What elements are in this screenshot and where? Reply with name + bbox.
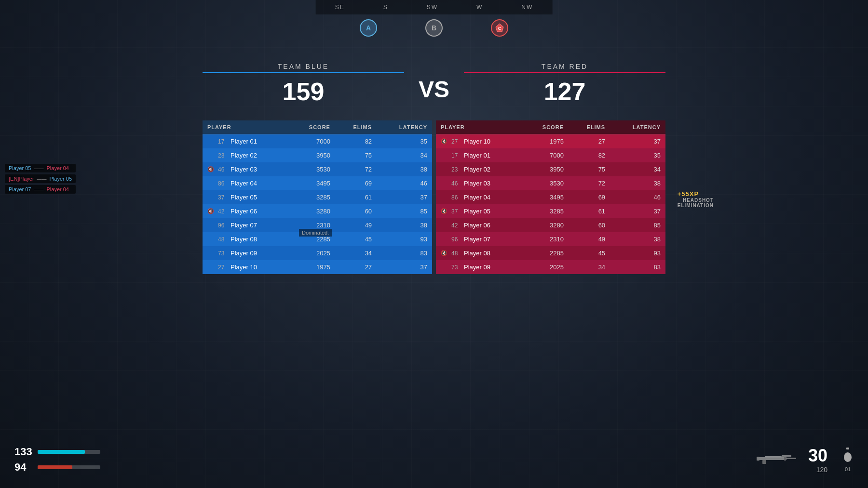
- svg-rect-5: [757, 457, 760, 461]
- grenade-icon: 01: [842, 448, 854, 472]
- blue-player-row: 86 Player 04 3495 69 46: [203, 176, 432, 190]
- player-name: Player 01: [464, 152, 490, 159]
- red-score-cell: 3530: [523, 176, 569, 190]
- player-num: 27: [218, 264, 228, 271]
- player-name: Player 10: [231, 264, 257, 271]
- player-name: Player 05: [464, 208, 490, 215]
- red-elims-cell: 61: [569, 204, 610, 218]
- blue-score-cell: 3950: [290, 148, 335, 162]
- red-player-cell: 96 Player 07: [436, 232, 523, 246]
- compass-bar: SE S SW W NW: [316, 0, 553, 14]
- killfeed-item: Player 07 —— Player 04: [5, 185, 76, 194]
- player-name: Player 04: [464, 194, 490, 201]
- blue-player-row: 🔇 46 Player 03 3530 72 38: [203, 162, 432, 176]
- red-latency-cell: 37: [610, 134, 665, 149]
- red-latency-cell: 83: [610, 260, 665, 274]
- red-latency-cell: 35: [610, 148, 665, 162]
- armor-bar-fill: [38, 465, 72, 469]
- blue-score-cell: 3495: [290, 176, 335, 190]
- player-num: 17: [451, 152, 461, 159]
- weapon-icon-area: [755, 451, 799, 468]
- red-elims-cell: 82: [569, 148, 610, 162]
- red-latency-cell: 38: [610, 176, 665, 190]
- red-player-cell: 42 Player 06: [436, 218, 523, 232]
- compass-sw: SW: [427, 4, 438, 11]
- svg-point-9: [844, 452, 852, 462]
- blue-col-elims: ELIMS: [335, 120, 377, 134]
- player-num: 48: [451, 250, 461, 257]
- team-red-label: TEAM RED: [464, 63, 665, 70]
- red-player-row: 46 Player 03 3530 72 38: [436, 176, 665, 190]
- compass-w: W: [476, 4, 483, 11]
- objective-a: A: [360, 19, 377, 37]
- blue-player-row: 🔇 42 Player 06 3280 60 85: [203, 204, 432, 218]
- blue-score-cell: 3285: [290, 190, 335, 204]
- xp-notification: +55XP HEADSHOTELIMINATION: [678, 190, 714, 208]
- red-latency-cell: 38: [610, 232, 665, 246]
- armor-value: 94: [14, 461, 34, 474]
- player-name: Player 01: [231, 138, 257, 145]
- red-player-cell: 🔇 48 Player 08: [436, 246, 523, 260]
- red-score-cell: 3950: [523, 162, 569, 176]
- blue-latency-cell: 37: [377, 260, 432, 274]
- xp-amount: +55XP: [678, 190, 714, 198]
- armor-bar-bg: [38, 465, 100, 469]
- scoreboard: TEAM BLUE 159 VS TEAM RED 127 PLAYER SCO…: [203, 63, 665, 274]
- team-blue-underline: [203, 72, 404, 73]
- red-col-elims: ELIMS: [569, 120, 610, 134]
- blue-score-cell: 1975: [290, 260, 335, 274]
- player-name: Player 06: [464, 222, 490, 229]
- team-blue-score: 159: [203, 77, 404, 106]
- red-player-row: 73 Player 09 2025 34 83: [436, 260, 665, 274]
- xp-reason: HEADSHOTELIMINATION: [678, 198, 714, 208]
- player-name: Player 03: [464, 180, 490, 187]
- red-player-cell: 23 Player 02: [436, 162, 523, 176]
- player-num: 37: [218, 194, 228, 201]
- red-player-row: 96 Player 07 2310 49 38: [436, 232, 665, 246]
- kf-victim-3: Player 04: [46, 186, 68, 192]
- red-player-cell: 46 Player 03: [436, 176, 523, 190]
- red-latency-cell: 37: [610, 204, 665, 218]
- red-latency-cell: 46: [610, 190, 665, 204]
- red-score-cell: 1975: [523, 134, 569, 149]
- blue-player-row: 23 Player 02 3950 75 34: [203, 148, 432, 162]
- blue-elims-cell: 60: [335, 204, 377, 218]
- player-name: Player 05: [231, 194, 257, 201]
- red-player-row: 🔇 27 Player 10 1975 27 37: [436, 134, 665, 149]
- mute-icon: 🔇: [441, 138, 448, 145]
- mute-icon: 🔇: [207, 166, 215, 172]
- blue-col-latency: LATENCY: [377, 120, 432, 134]
- red-player-cell: 73 Player 09: [436, 260, 523, 274]
- player-num: 42: [218, 208, 228, 215]
- blue-score-cell: 3280: [290, 204, 335, 218]
- vs-label: VS: [404, 66, 464, 103]
- player-name: Player 09: [231, 250, 257, 257]
- red-player-cell: 86 Player 04: [436, 190, 523, 204]
- red-elims-cell: 69: [569, 190, 610, 204]
- kf-gun-1: ——: [34, 166, 43, 171]
- blue-player-row: 37 Player 05 3285 61 37: [203, 190, 432, 204]
- team-red-header: TEAM RED 127: [464, 63, 665, 106]
- red-score-cell: 3285: [523, 204, 569, 218]
- red-team-table: PLAYER SCORE ELIMS LATENCY 🔇 27 Player 1…: [436, 120, 665, 274]
- blue-elims-cell: 45: [335, 232, 377, 246]
- svg-rect-8: [846, 448, 849, 449]
- blue-col-player: PLAYER: [203, 120, 290, 134]
- red-elims-cell: 34: [569, 260, 610, 274]
- mute-icon: 🔇: [207, 208, 215, 214]
- player-name: Player 06: [231, 208, 257, 215]
- red-player-cell: 17 Player 01: [436, 148, 523, 162]
- player-num: 48: [218, 236, 228, 243]
- player-num: 96: [218, 222, 228, 229]
- blue-table-header: PLAYER SCORE ELIMS LATENCY: [203, 120, 432, 134]
- blue-latency-cell: 46: [377, 176, 432, 190]
- player-num: 42: [451, 222, 461, 229]
- red-player-cell: 🔇 37 Player 05: [436, 204, 523, 218]
- player-name: Player 02: [464, 166, 490, 173]
- blue-player-cell: 48 Player 08: [203, 232, 290, 246]
- team-headers: TEAM BLUE 159 VS TEAM RED 127: [203, 63, 665, 106]
- svg-rect-4: [762, 460, 766, 464]
- red-score-cell: 3280: [523, 218, 569, 232]
- player-name: Player 07: [231, 222, 257, 229]
- kf-victim-2: Player 05: [50, 176, 72, 182]
